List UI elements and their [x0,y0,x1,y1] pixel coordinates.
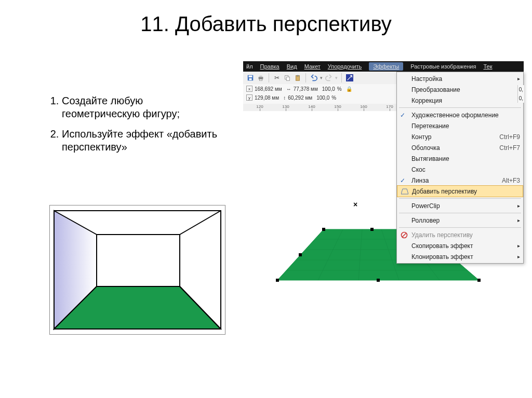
menu-item-lens[interactable]: ЛинзаAlt+F3 [397,175,523,186]
width-value: 77,378 мм [294,86,318,92]
save-icon[interactable] [246,74,255,82]
menu-separator [399,227,521,228]
coreldraw-screenshot: йл Правка Вид Макет Упорядочить Эффекты … [243,61,524,290]
scale-x-value: 100,0 [322,86,335,92]
svg-marker-28 [401,189,408,194]
menu-item-extrude[interactable]: Вытягивание [397,153,523,164]
redo-dropdown-icon[interactable]: ▾ [335,75,338,80]
propbar-right-edge: 0, 0, [517,85,524,103]
x-coord-value: 168,692 мм [255,86,282,92]
selection-center-marker: × [353,200,357,209]
submenu-arrow-icon: ▸ [517,76,520,81]
menu-item-transform[interactable]: Преобразование▸ [397,84,523,95]
svg-rect-14 [297,75,299,77]
menu-effects[interactable]: Эффекты [369,62,403,71]
svg-rect-6 [249,76,252,78]
undo-icon[interactable] [310,74,318,82]
svg-rect-9 [259,76,262,77]
svg-rect-10 [259,79,262,81]
submenu-arrow-icon: ▸ [517,254,520,259]
y-coord-value: 129,08 мм [255,95,279,101]
cut-icon[interactable]: ✂ [273,74,281,82]
menu-separator [399,198,521,199]
scale-y-right: 0, [519,94,523,103]
width-arrow-icon: ↔ [286,86,291,92]
svg-line-3 [180,211,221,235]
copy-icon[interactable] [283,74,291,82]
submenu-arrow-icon: ▸ [517,217,520,223]
scale-x-unit: % [337,86,342,92]
menu-item-adjust[interactable]: Настройка▸ [397,73,523,84]
menu-item-add-perspective[interactable]: Добавить перспективу [397,185,523,197]
slide: 11. Добавить перспективу Создайте любую … [0,0,532,398]
app-toolbar: ✂ ▾ ▾ [243,72,401,85]
instructions: Создайте любую геометрическую фигуру; Ис… [44,94,221,161]
menu-item-copy-effect[interactable]: Скопировать эффект▸ [397,240,523,251]
shortcut-label: Alt+F3 [502,177,520,184]
svg-rect-8 [259,77,263,79]
menu-layout[interactable]: Макет [304,63,321,70]
menu-arrange[interactable]: Упорядочить [328,63,362,70]
scale-y-unit: % [331,95,336,101]
slide-title: 11. Добавить перспективу [0,12,532,36]
redo-icon[interactable] [325,74,333,82]
effects-dropdown-menu: Настройка▸ Преобразование▸ Коррекция▸ Ху… [396,72,524,264]
menu-item-powerclip[interactable]: PowerClip▸ [397,200,523,211]
menu-edit[interactable]: Правка [260,63,280,70]
height-value: 60,292 мм [288,95,312,101]
app-ruler-horizontal: 120 130 140 150 160 170 [243,104,397,112]
scale-x-right: 0, [519,85,523,94]
menu-item-artistic[interactable]: Художественное оформление [397,109,523,120]
shortcut-label: Ctrl+F9 [499,133,520,141]
room-svg [52,208,223,332]
paste-icon[interactable] [294,74,302,82]
menu-view[interactable]: Вид [287,63,297,70]
menu-item-bevel[interactable]: Скос [397,164,523,175]
menu-item-clear-perspective[interactable]: Удалить перспективу [397,229,523,240]
menu-item-clone-effect[interactable]: Клонировать эффект▸ [397,251,523,262]
x-coord-icon: x [246,86,252,92]
launch-icon[interactable] [345,74,354,82]
instruction-item-2: Используйте эффект «добавить перспективу… [62,128,221,154]
menu-item-blend[interactable]: Перетекание [397,120,523,131]
room-illustration [49,205,225,335]
submenu-arrow-icon: ▸ [517,243,520,249]
svg-line-30 [402,233,406,237]
forbidden-icon [400,231,408,239]
menu-item-rollover[interactable]: Ролловер▸ [397,215,523,226]
svg-rect-12 [286,77,289,80]
menu-item-contour[interactable]: КонтурCtrl+F9 [397,131,523,142]
instruction-item-1: Создайте любую геометрическую фигуру; [62,94,221,120]
menu-bitmap[interactable]: Растровые изображения [410,63,476,70]
perspective-icon [401,187,409,196]
submenu-arrow-icon: ▸ [517,203,520,209]
undo-dropdown-icon[interactable]: ▾ [320,75,323,80]
y-coord-icon: y [246,94,252,101]
menu-separator [399,213,521,213]
app-menubar: йл Правка Вид Макет Упорядочить Эффекты … [243,61,524,72]
menu-item-envelope[interactable]: ОболочкаCtrl+F7 [397,142,523,153]
menu-file[interactable]: йл [246,63,253,70]
menu-item-correction[interactable]: Коррекция▸ [397,95,523,106]
svg-rect-7 [249,78,251,80]
print-icon[interactable] [257,74,265,82]
svg-rect-0 [97,235,180,286]
shortcut-label: Ctrl+F7 [499,144,520,152]
lock-icon[interactable]: 🔒 [346,86,352,92]
app-property-bar: x168,692 мм ↔77,378 мм 100,0% 🔒 y129,08 … [243,84,397,104]
height-arrow-icon: ↕ [283,95,286,101]
menu-text[interactable]: Тек [483,63,492,70]
scale-y-value: 100,0 [316,95,329,101]
menu-separator [399,107,521,108]
